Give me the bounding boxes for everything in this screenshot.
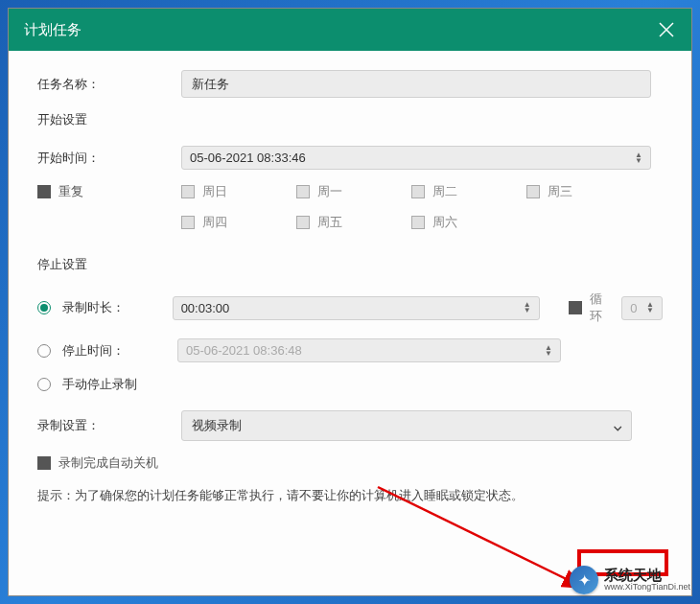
close-icon bbox=[657, 20, 676, 39]
day-fri-checkbox[interactable] bbox=[296, 216, 310, 229]
duration-value: 00:03:00 bbox=[181, 301, 230, 315]
manual-stop-label: 手动停止录制 bbox=[62, 376, 137, 393]
day-wed-label: 周三 bbox=[548, 183, 572, 200]
day-mon-checkbox[interactable] bbox=[296, 185, 310, 198]
stoptime-input[interactable]: 05-06-2021 08:36:48 ▲▼ bbox=[177, 338, 561, 362]
spinner-arrows-icon[interactable]: ▲▼ bbox=[545, 345, 552, 357]
duration-input[interactable]: 00:03:00 ▲▼ bbox=[173, 296, 540, 320]
watermark-sub: www.XiTongTianDi.net bbox=[604, 583, 690, 592]
dialog-content: 任务名称： 开始设置 开始时间： 05-06-2021 08:33:46 ▲▼ … bbox=[9, 51, 691, 595]
watermark-main: 系统天地 bbox=[604, 568, 690, 584]
start-time-input[interactable]: 05-06-2021 08:33:46 ▲▼ bbox=[181, 146, 651, 170]
stop-section-title: 停止设置 bbox=[37, 256, 663, 273]
duration-radio[interactable] bbox=[37, 301, 51, 314]
auto-shutdown-label: 录制完成自动关机 bbox=[58, 454, 158, 472]
record-mode-value: 视频录制 bbox=[192, 417, 242, 434]
day-sun-label: 周日 bbox=[202, 183, 227, 200]
spinner-arrows-icon[interactable]: ▲▼ bbox=[646, 302, 654, 314]
start-time-value: 05-06-2021 08:33:46 bbox=[190, 151, 306, 165]
duration-label: 录制时长： bbox=[62, 299, 173, 316]
titlebar: 计划任务 bbox=[9, 9, 691, 51]
stoptime-radio[interactable] bbox=[37, 344, 51, 358]
manual-stop-radio[interactable] bbox=[37, 378, 51, 391]
loop-count-input[interactable]: 0 ▲▼ bbox=[621, 296, 663, 320]
hint-text: 提示：为了确保您的计划任务能够正常执行，请不要让你的计算机进入睡眠或锁定状态。 bbox=[37, 487, 663, 504]
stoptime-label: 停止时间： bbox=[62, 342, 177, 360]
dialog: 计划任务 任务名称： 开始设置 开始时间： 05-06-2021 08:33:4… bbox=[8, 8, 692, 596]
day-sat-label: 周六 bbox=[432, 214, 457, 231]
start-section-title: 开始设置 bbox=[37, 111, 663, 128]
day-sun-checkbox[interactable] bbox=[181, 185, 195, 198]
chevron-down-icon: ⌵ bbox=[614, 418, 621, 433]
record-mode-select[interactable]: 视频录制 ⌵ bbox=[181, 410, 632, 441]
day-sat-checkbox[interactable] bbox=[411, 216, 425, 229]
spinner-arrows-icon[interactable]: ▲▼ bbox=[635, 152, 642, 164]
close-button[interactable] bbox=[657, 20, 676, 39]
start-time-label: 开始时间： bbox=[37, 150, 181, 167]
loop-checkbox[interactable] bbox=[569, 301, 582, 314]
day-wed-checkbox[interactable] bbox=[526, 185, 540, 198]
loop-label: 循环 bbox=[590, 290, 613, 325]
loop-value: 0 bbox=[630, 301, 637, 315]
day-tue-checkbox[interactable] bbox=[411, 185, 425, 198]
day-tue-label: 周二 bbox=[432, 183, 457, 200]
window-title: 计划任务 bbox=[24, 21, 82, 39]
repeat-checkbox[interactable] bbox=[37, 185, 51, 198]
repeat-label: 重复 bbox=[58, 183, 83, 200]
day-mon-label: 周一 bbox=[317, 183, 342, 200]
task-name-label: 任务名称： bbox=[37, 76, 181, 93]
record-settings-label: 录制设置： bbox=[37, 417, 181, 434]
auto-shutdown-checkbox[interactable] bbox=[37, 456, 51, 470]
day-grid: 周日 周一 周二 周三 周四 周五 周六 bbox=[181, 183, 642, 244]
day-thu-label: 周四 bbox=[202, 214, 227, 231]
watermark-logo-icon: ✦ bbox=[570, 566, 598, 594]
day-thu-checkbox[interactable] bbox=[181, 216, 195, 229]
spinner-arrows-icon[interactable]: ▲▼ bbox=[524, 302, 531, 314]
task-name-input[interactable] bbox=[181, 70, 651, 98]
stoptime-value: 05-06-2021 08:36:48 bbox=[186, 343, 302, 358]
watermark: ✦ 系统天地 www.XiTongTianDi.net bbox=[570, 566, 690, 594]
day-fri-label: 周五 bbox=[317, 214, 342, 231]
